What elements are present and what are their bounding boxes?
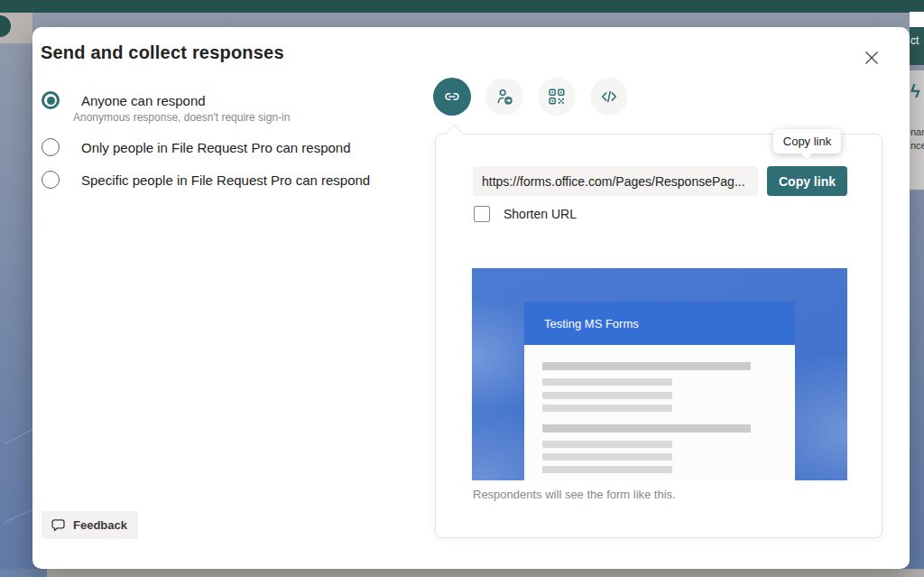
shorten-url-checkbox[interactable] xyxy=(474,206,490,222)
placeholder-line xyxy=(542,362,751,370)
form-preview: Testing MS Forms xyxy=(472,268,847,480)
preview-caption: Respondents will see the form like this. xyxy=(473,488,676,501)
embed-code-icon xyxy=(599,87,619,107)
send-and-collect-dialog: Send and collect responses Anyone can re… xyxy=(32,27,910,569)
shorten-url-label: Shorten URL xyxy=(504,207,577,221)
close-button[interactable] xyxy=(859,45,884,70)
panel-notch xyxy=(445,125,464,144)
form-preview-header: Testing MS Forms xyxy=(524,302,795,345)
app-top-bar xyxy=(0,0,924,13)
placeholder-line xyxy=(542,378,672,386)
feedback-button[interactable]: Feedback xyxy=(42,511,138,539)
placeholder-line xyxy=(542,441,672,448)
share-tab-qr-code[interactable] xyxy=(538,78,576,116)
feedback-bubble-icon xyxy=(51,518,66,533)
share-tab-embed[interactable] xyxy=(590,78,628,116)
option-label: Anyone can respond xyxy=(81,93,206,108)
placeholder-line xyxy=(542,453,672,461)
background-text-fragment: nar xyxy=(910,126,924,137)
form-preview-card: Testing MS Forms xyxy=(524,302,795,480)
background-collect-button-fragment: ct xyxy=(910,27,924,65)
option-anyone-can-respond[interactable]: Anyone can respond xyxy=(42,91,206,109)
option-label: Specific people in File Request Pro can … xyxy=(81,172,370,188)
copy-link-tooltip: Copy link xyxy=(773,129,841,154)
placeholder-line xyxy=(542,424,751,433)
share-tab-link[interactable] xyxy=(433,78,471,116)
share-to-people-icon xyxy=(494,87,514,107)
close-icon xyxy=(864,51,879,65)
placeholder-line xyxy=(542,405,672,412)
form-preview-title: Testing MS Forms xyxy=(544,317,639,330)
qr-code-icon xyxy=(548,88,566,106)
form-url-input[interactable] xyxy=(473,166,758,196)
radio-unselected-icon[interactable] xyxy=(42,171,60,189)
tooltip-arrow xyxy=(800,153,813,159)
radio-selected-icon[interactable] xyxy=(42,91,60,109)
placeholder-line xyxy=(542,392,672,399)
placeholder-line xyxy=(542,466,672,473)
radio-dot xyxy=(47,97,55,105)
share-link-panel: Copy link Copy link Shorten URL Testing … xyxy=(435,134,882,538)
background-text-fragment: nce xyxy=(910,140,924,151)
option-sublabel: Anonymous response, doesn't require sign… xyxy=(73,111,290,124)
background-illustration-glyph: ϟ xyxy=(910,81,920,102)
option-only-people-in-org[interactable]: Only people in File Request Pro can resp… xyxy=(42,138,351,156)
background-panel-fragment xyxy=(910,12,924,27)
window-bottom-edge-fragment xyxy=(0,569,47,577)
dialog-title: Send and collect responses xyxy=(41,42,284,63)
copy-link-button[interactable]: Copy link xyxy=(767,166,847,196)
radio-unselected-icon[interactable] xyxy=(42,138,60,156)
window-bottom-edge xyxy=(0,569,924,577)
screen: ct ϟ nar nce Send and collect responses … xyxy=(0,0,924,577)
option-label: Only people in File Request Pro can resp… xyxy=(81,140,351,155)
share-tab-invite[interactable] xyxy=(485,78,523,116)
link-icon xyxy=(442,87,462,107)
feedback-label: Feedback xyxy=(73,518,127,532)
option-specific-people[interactable]: Specific people in File Request Pro can … xyxy=(42,171,370,189)
